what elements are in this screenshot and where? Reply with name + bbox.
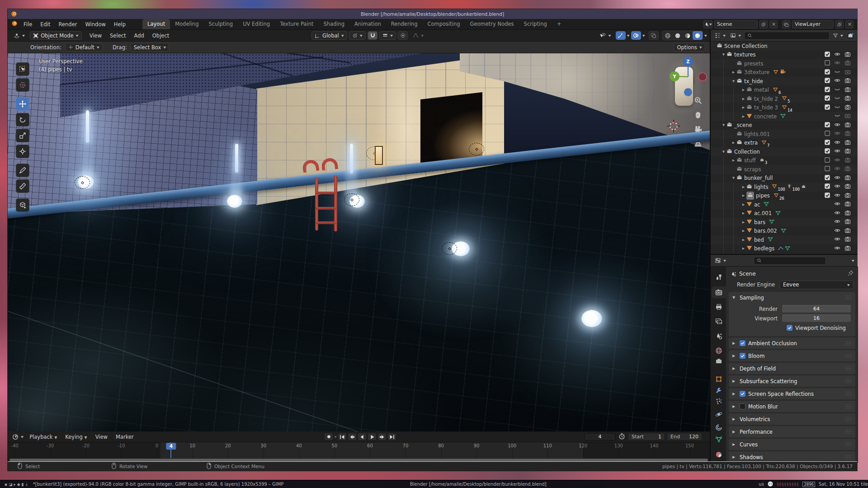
gizmo-dropdown[interactable]: ▼ [627,34,630,37]
expand-icon[interactable]: ▶ [741,247,746,250]
outliner-row[interactable]: ▶ac [711,200,857,209]
panel-header[interactable]: ▶Shadows:::::::: [729,451,855,463]
exclude-checkbox[interactable] [824,69,831,76]
outliner-search-input[interactable] [744,32,830,40]
eye-icon[interactable] [834,122,841,129]
discord-icon[interactable] [768,481,773,488]
viewlayer-browse-button[interactable] [782,20,790,28]
add-workspace-button[interactable]: + [552,19,566,29]
properties-tab-tool[interactable] [712,271,726,283]
shading-solid-button[interactable] [673,31,683,40]
properties-tab-collection[interactable] [712,355,726,367]
eye-icon[interactable] [834,174,841,182]
zoom-icon[interactable] [693,95,703,106]
exclude-checkbox[interactable] [824,104,831,112]
timeline-scrollbar[interactable] [8,458,710,462]
expand-icon[interactable]: ▶ [731,159,736,162]
eye-closed-icon[interactable] [834,113,841,120]
exclude-checkbox[interactable] [824,157,831,164]
panel-grip-icon[interactable]: :::::::: [845,418,852,421]
expand-icon[interactable]: ▶ [741,97,746,101]
render-visibility-icon[interactable] [844,104,851,112]
exclude-checkbox[interactable] [824,60,831,67]
panel-header[interactable]: ▶Motion Blur:::::::: [729,401,855,412]
tab-texture-paint[interactable]: Texture Paint [275,19,318,29]
outliner-row[interactable]: ▶3dtexture [711,68,857,77]
scene-browse-button[interactable]: ▼ [703,20,712,28]
frame-end-field[interactable]: End120 [667,433,702,441]
timeline-menu-view[interactable]: View [91,432,112,441]
eye-icon[interactable] [834,51,841,59]
panel-grip-icon[interactable]: :::::::: [845,405,852,408]
render-visibility-icon[interactable] [844,245,851,253]
expand-icon[interactable]: ▶ [741,115,746,118]
pivot-dropdown[interactable]: ▼ [349,31,366,40]
timeline-menu-keying[interactable]: Keying ▼ [61,432,91,441]
panel-grip-icon[interactable]: :::::::: [845,430,852,434]
render-visibility-icon[interactable] [844,236,851,244]
expand-icon[interactable]: ▶ [731,70,736,74]
viewport-menu-select[interactable]: Select [106,31,130,40]
viewport-menu-view[interactable]: View [85,31,106,40]
panel-header[interactable]: ▶Screen Space Reflections:::::::: [729,388,855,399]
panel-grip-icon[interactable]: :::::::: [845,455,852,459]
expand-icon[interactable]: ▼ [721,53,726,56]
viewlayer-remove-button[interactable] [845,20,854,28]
render-engine-dropdown[interactable]: Eevee ▼ [779,281,854,289]
outliner-row[interactable]: ▶concrete [711,112,857,121]
overlays-dropdown[interactable]: ▼ [642,34,645,37]
timeline-ruler[interactable]: -40-30-20-100102030405060708090100110120… [8,442,710,458]
play-button[interactable] [368,433,377,441]
expand-icon[interactable]: ▶ [741,221,746,224]
render-visibility-icon[interactable] [844,60,851,67]
outliner-row[interactable]: ▶extra7 [711,139,857,148]
tab-rendering[interactable]: Rendering [386,19,423,29]
eye-icon[interactable] [834,227,841,235]
properties-tab-object[interactable] [712,373,726,385]
expand-icon[interactable]: ▼ [721,150,726,154]
sampling-panel-header[interactable]: ▼ Sampling :::::::: [729,292,855,303]
xray-toggle[interactable] [649,31,659,40]
options-button[interactable]: Options▼ [674,43,705,52]
menu-file[interactable]: File [19,20,36,29]
tab-scripting[interactable]: Scripting [519,19,552,29]
render-visibility-icon[interactable] [844,51,851,59]
outliner-row[interactable]: ▼Collection [711,147,857,156]
eye-icon[interactable] [834,60,841,67]
drag-dropdown[interactable]: Select Box▼ [131,43,170,52]
panel-header[interactable]: ▶Bloom:::::::: [729,350,855,361]
outliner-row[interactable]: ▶bedlegs [711,244,857,253]
tab-sculpting[interactable]: Sculpting [203,19,238,29]
eye-icon[interactable] [834,77,841,85]
timeline-menu-marker[interactable]: Marker [112,432,138,441]
exclude-checkbox[interactable] [824,122,831,129]
expand-icon[interactable]: ▶ [741,88,746,92]
render-visibility-icon[interactable] [844,192,851,200]
menu-edit[interactable]: Edit [36,20,54,29]
menu-render[interactable]: Render [55,20,81,29]
panel-grip-icon[interactable]: :::::::: [845,354,852,358]
outliner-row[interactable]: ▼textures [711,51,857,60]
taskbar-window-gimp[interactable]: *[bunkerlit3] (exported)-94.0 (RGB color… [33,482,397,487]
auto-keying-button[interactable] [324,433,333,441]
tab-uv-editing[interactable]: UV Editing [238,19,275,29]
outliner-row[interactable]: ▶pipes26 [711,192,857,201]
outliner-filter-dropdown[interactable]: ▼ [831,31,844,40]
expand-icon[interactable]: ▶ [731,141,736,145]
shading-dropdown[interactable]: ▼ [704,34,707,37]
tab-compositing[interactable]: Compositing [422,19,465,29]
jump-end-button[interactable] [387,433,396,441]
timeline-menu-playback[interactable]: Playback ▼ [25,432,61,441]
eye-icon[interactable] [834,183,841,191]
overlays-toggle[interactable] [631,31,641,40]
outliner-row[interactable]: ▶bars.002 [711,227,857,236]
panel-grip-icon[interactable]: :::::::: [845,380,852,383]
outliner-row[interactable]: ▶tx_hide 314 [711,103,857,113]
expand-icon[interactable]: ▼ [731,176,736,180]
exclude-checkbox[interactable] [824,148,831,155]
expand-icon[interactable]: ▶ [741,238,746,242]
expand-icon[interactable]: ▼ [721,123,726,127]
menu-window[interactable]: Window [81,20,109,29]
light-gizmo-icon[interactable] [442,242,457,255]
visibility-dropdown[interactable]: ▼ [596,31,614,40]
